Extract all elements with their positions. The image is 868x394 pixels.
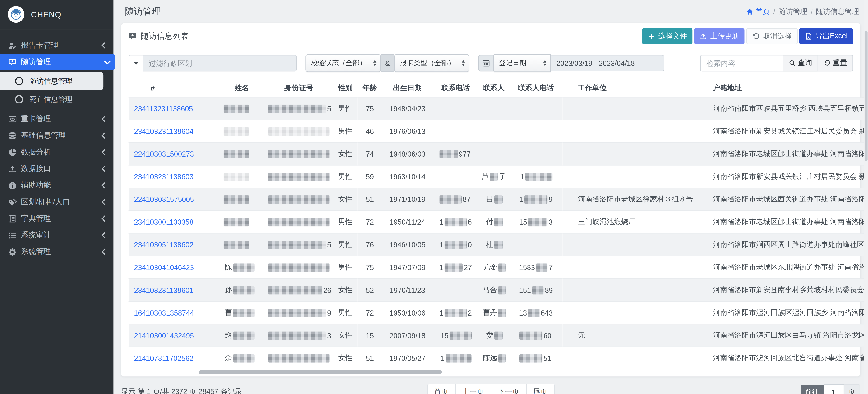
goto-page-input[interactable] (823, 384, 844, 394)
record-id-link[interactable]: 224103031500273 (134, 150, 194, 158)
record-count-summary: 显示 第 1 页/共 2372 页 28457 条记录 (121, 387, 242, 394)
work-unit-cell (562, 233, 695, 256)
select-arrows-icon (369, 60, 376, 66)
reset-button[interactable]: 重置 (818, 55, 853, 71)
取消选择-button[interactable]: 取消选择 (746, 28, 798, 44)
select-arrows-icon (458, 60, 465, 66)
record-id-link[interactable]: 164103031358744 (134, 308, 194, 317)
上传更新-button[interactable]: 上传更新 (694, 28, 745, 44)
search-input[interactable] (700, 55, 783, 71)
chevron-left-icon (101, 149, 108, 156)
calendar-button[interactable] (478, 55, 494, 71)
page-button-3[interactable]: 下一页 (491, 384, 526, 394)
table-row: 2341030511386025男性761946/10/0510杜河南省洛阳市涧… (128, 233, 868, 256)
birth-cell: 1948/04/23 (382, 97, 433, 120)
column-header-10: 工作单位 (562, 79, 695, 97)
card-header: 随访信息列表 选择文件上传更新取消选择导出Excel (121, 23, 860, 48)
redacted-fragment: 3 (549, 218, 553, 226)
column-header-6: 出生日期 (382, 79, 433, 97)
breadcrumb-home-link[interactable]: 首页 (746, 7, 770, 17)
table-row: 234103041046423陈男性751947/07/09127尤金15837… (128, 256, 868, 279)
table-row: 234103231138601孙26女性521970/11/23马合15189河… (128, 279, 868, 301)
record-id-link[interactable]: 234103001130358 (134, 218, 193, 226)
sidebar-item-10[interactable]: 系统审计 (0, 227, 114, 243)
sidebar-item-label: 随访管理 (21, 57, 51, 67)
选择文件-button[interactable]: 选择文件 (642, 28, 692, 44)
column-header-11: 户籍地址 (695, 79, 868, 97)
sidebar-item-5[interactable]: 数据分析 (0, 144, 114, 160)
goto-page-group: 前往 页 (801, 384, 860, 394)
sidebar-item-7[interactable]: 辅助功能 (0, 177, 114, 194)
select-arrows-icon (539, 60, 546, 66)
chevron-left-icon (101, 216, 108, 222)
record-id-link[interactable]: 234103041046423 (134, 263, 194, 271)
redacted-fragment: 13 (519, 309, 527, 317)
table-row: 224103081575005女性511971/10/1987吕19河南省洛阳市… (128, 188, 868, 210)
sidebar-item-1[interactable]: 报告卡管理 (0, 37, 114, 54)
sidebar-subitem-2-1[interactable]: 随访信息管理 (0, 72, 103, 90)
region-dropdown-button[interactable] (128, 55, 143, 71)
sidebar-item-4[interactable]: 基础信息管理 (0, 127, 114, 144)
record-id-link[interactable]: 214103001432495 (134, 331, 194, 339)
redacted-cphone (519, 354, 542, 363)
sidebar-menu: 报告卡管理随访管理随访信息管理死亡信息管理重卡管理基础信息管理数据分析数据接口辅… (0, 29, 114, 260)
region-filter-input[interactable] (143, 55, 297, 71)
credit-card-icon (8, 114, 17, 123)
date-range-input[interactable] (551, 55, 664, 71)
gender-cell: 男性 (333, 165, 358, 188)
breadcrumb-separator: / (811, 7, 812, 16)
page-button-4[interactable]: 尾页 (526, 384, 555, 394)
chevron-left-icon (101, 166, 108, 172)
record-id-link[interactable]: 224103081575005 (134, 195, 194, 203)
sidebar-item-3[interactable]: 重卡管理 (0, 111, 114, 127)
sidebar-item-9[interactable]: 字典管理 (0, 210, 114, 227)
redacted-fragment: 1 (520, 173, 524, 181)
redacted-fragment: 赵 (225, 330, 232, 340)
record-id-link[interactable]: 234103231138601 (134, 286, 193, 294)
vertical-scrollbar (864, 0, 868, 394)
record-id-link[interactable]: 234113231138605 (134, 104, 193, 113)
redacted-name (233, 331, 254, 339)
record-id-link[interactable]: 234103231138603 (134, 172, 193, 181)
age-cell: 51 (358, 188, 382, 210)
page-button-1[interactable]: 首页 (427, 384, 456, 394)
work-unit-cell: 无 (562, 324, 695, 347)
button-label: 导出Excel (815, 31, 847, 41)
sidebar-item-11[interactable]: 系统管理 (0, 243, 114, 260)
导出Excel-button[interactable]: 导出Excel (800, 28, 853, 44)
redacted-fragment: 娄 (486, 330, 493, 340)
redacted-idno (268, 309, 326, 317)
avatar (8, 6, 24, 23)
vertical-scrollbar-thumb[interactable] (865, 31, 868, 161)
address-cell: 河南省洛阳市瀍河回族区白马寺镇 洛阳市洛龙区白马寺镇 (695, 324, 868, 347)
filter-bar: 校验状态（全部） & 报卡类型（全部） 登记日期 (121, 50, 860, 77)
record-id-link[interactable]: 234103051138602 (134, 240, 193, 249)
horizontal-scrollbar-thumb[interactable] (199, 370, 442, 374)
sidebar-item-8[interactable]: 区划/机构/人口 (0, 194, 114, 210)
sidebar-item-6[interactable]: 数据接口 (0, 161, 114, 177)
page-title: 随访管理 (125, 5, 161, 18)
goto-unit: 页 (844, 384, 860, 394)
search-button[interactable]: 查询 (783, 55, 818, 71)
record-id-link[interactable]: 214107811702562 (134, 354, 193, 362)
redacted-fragment: 马合 (483, 285, 497, 295)
redacted-fragment: 26 (323, 286, 331, 294)
verify-status-select[interactable]: 校验状态（全部） (306, 54, 381, 72)
redacted-contact (498, 286, 506, 294)
page-button-2[interactable]: 上一页 (455, 384, 491, 394)
gender-cell: 女性 (333, 142, 358, 165)
redacted-fragment: 曹丹 (483, 308, 497, 318)
sidebar-item-2[interactable]: 随访管理 (0, 54, 115, 70)
gender-cell: 男性 (333, 120, 358, 142)
redacted-cphone (528, 218, 548, 226)
birth-cell: 1970/05/27 (382, 347, 433, 369)
table-row: 224103031500273女性741948/06/03977河南省洛阳市老城… (128, 142, 868, 165)
gender-cell: 男性 (333, 233, 358, 256)
table-row: 214107811702562佘女性511970/05/271陈远51-河南省洛… (128, 347, 868, 369)
redacted-idno (268, 150, 330, 158)
card-type-select[interactable]: 报卡类型（全部） (394, 54, 469, 72)
date-field-select[interactable]: 登记日期 (494, 54, 551, 72)
record-id-link[interactable]: 234103231138604 (134, 127, 193, 135)
redacted-fragment: 0 (468, 241, 472, 249)
sidebar-subitem-2-2[interactable]: 死亡信息管理 (0, 90, 114, 108)
